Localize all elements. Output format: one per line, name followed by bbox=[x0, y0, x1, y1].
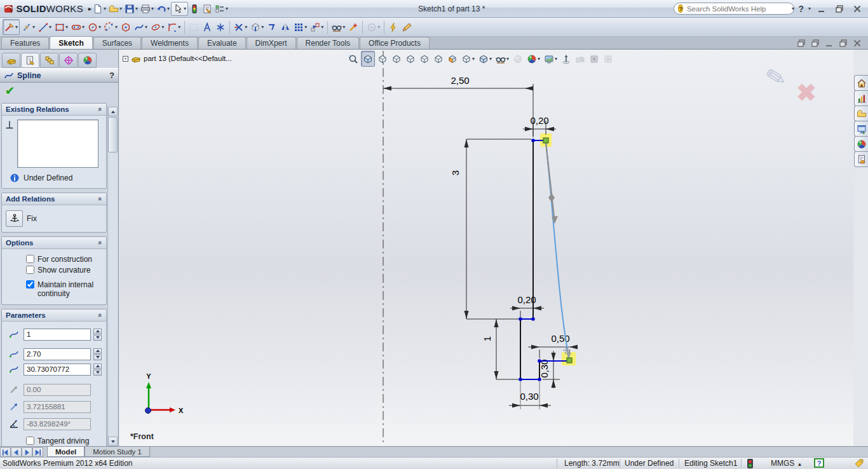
ok-button[interactable]: ✔ bbox=[5, 84, 15, 98]
solidworks-resources-tab[interactable] bbox=[854, 75, 868, 91]
convert-entities-button[interactable]: ▾ bbox=[249, 19, 265, 35]
spline-end-point[interactable] bbox=[567, 358, 572, 363]
dimension-label-overall-width[interactable]: 2,50 bbox=[451, 75, 469, 86]
mirror-entities-button[interactable] bbox=[279, 19, 292, 35]
dimension-label-lower-height[interactable]: 1 bbox=[482, 336, 492, 341]
restore-button[interactable] bbox=[832, 4, 846, 14]
dimension-label-main-height[interactable]: 3 bbox=[450, 170, 461, 175]
feature-manager-tab[interactable] bbox=[2, 53, 20, 68]
model-tab[interactable]: Model bbox=[47, 447, 85, 457]
pm-help-icon[interactable]: ? bbox=[109, 71, 114, 80]
ellipse-button[interactable]: ▾ bbox=[149, 19, 165, 35]
fix-relation-button[interactable] bbox=[6, 210, 23, 227]
file-properties-button[interactable] bbox=[201, 2, 214, 16]
doc-window-icon[interactable] bbox=[796, 39, 807, 48]
linear-sketch-pattern-button[interactable]: ▾ bbox=[292, 19, 308, 35]
view-settings-button[interactable]: ▾ bbox=[543, 51, 559, 67]
last-study-button[interactable] bbox=[32, 447, 43, 457]
sketch-canvas[interactable]: 2,50 0,20 3 bbox=[119, 50, 853, 446]
relations-listbox[interactable] bbox=[17, 119, 98, 168]
design-library-tab[interactable] bbox=[854, 90, 868, 106]
y-coordinate-input[interactable] bbox=[24, 364, 91, 376]
parameters-header[interactable]: Parameters « bbox=[2, 309, 106, 322]
tag-icon[interactable] bbox=[854, 458, 864, 468]
save-button[interactable]: ▾ bbox=[123, 2, 139, 16]
scroll-up-button[interactable] bbox=[108, 107, 118, 116]
rebuild-button[interactable] bbox=[188, 2, 201, 16]
dimension-overall-width[interactable] bbox=[383, 84, 533, 137]
add-relations-header[interactable]: Add Relations « bbox=[2, 193, 106, 205]
point-button[interactable] bbox=[214, 19, 227, 35]
show-curvature-checkbox[interactable] bbox=[26, 266, 34, 274]
dimxpert-manager-tab[interactable] bbox=[59, 53, 78, 68]
offset-entities-button[interactable] bbox=[266, 19, 278, 35]
search-box[interactable]: ? ▾ bbox=[674, 3, 794, 15]
point-number-spinner[interactable] bbox=[93, 329, 102, 341]
display-manager-tab[interactable] bbox=[78, 53, 97, 68]
no-solve-move-button[interactable]: ▾ bbox=[365, 19, 381, 35]
close-button[interactable] bbox=[850, 4, 864, 14]
trim-entities-button[interactable]: ▾ bbox=[233, 19, 248, 35]
collapse-chevron-icon[interactable]: « bbox=[97, 107, 104, 111]
move-entities-button[interactable]: ▾ bbox=[309, 19, 325, 35]
units-selector[interactable]: MMGS▴ bbox=[771, 459, 801, 468]
centerpoint-arc-button[interactable]: ▾ bbox=[103, 19, 119, 35]
tab-office-products[interactable]: Office Products bbox=[360, 37, 430, 49]
print-button[interactable]: ▾ bbox=[139, 2, 155, 16]
confirm-sketch-icon[interactable]: ✎ bbox=[763, 62, 789, 93]
for-construction-checkbox[interactable] bbox=[26, 255, 34, 263]
zoom-to-area-button[interactable] bbox=[361, 51, 375, 67]
plane-display-button[interactable] bbox=[602, 51, 614, 67]
smart-dimension-button[interactable]: ▾ bbox=[20, 19, 36, 35]
dimension-main-height[interactable] bbox=[465, 139, 532, 319]
view-orientation-button[interactable]: ▾ bbox=[460, 51, 476, 67]
sketch-points[interactable] bbox=[519, 139, 541, 381]
dimension-lower-height[interactable] bbox=[494, 319, 519, 379]
search-options-caret-icon[interactable]: ▾ bbox=[792, 6, 794, 11]
search-input[interactable] bbox=[686, 4, 786, 13]
tab-evaluate[interactable]: Evaluate bbox=[198, 37, 246, 49]
select-button[interactable]: ▾ bbox=[171, 2, 188, 16]
tree-root-label[interactable]: part 13 (Default<<Default... bbox=[144, 55, 232, 62]
dimension-label-notch-width[interactable]: 0,30 bbox=[520, 391, 538, 402]
panel-scrollbar[interactable] bbox=[107, 107, 118, 446]
tree-expander-icon[interactable]: + bbox=[123, 56, 128, 62]
line-button[interactable]: ▾ bbox=[37, 19, 53, 35]
quick-tips-button[interactable]: ? bbox=[814, 458, 824, 468]
tab-render-tools[interactable]: Render Tools bbox=[297, 37, 360, 49]
sketch-picture-button[interactable] bbox=[187, 19, 200, 35]
scroll-down-button[interactable] bbox=[108, 437, 118, 446]
view-cube-2-button[interactable] bbox=[404, 51, 417, 67]
display-delete-relations-button[interactable]: ▾ bbox=[330, 19, 346, 35]
tangent-driving-checkbox[interactable] bbox=[26, 437, 34, 445]
doc-minimize-button[interactable] bbox=[824, 39, 835, 48]
maintain-internal-continuity-checkbox[interactable] bbox=[26, 280, 34, 289]
graphics-area[interactable]: 2,50 0,20 3 bbox=[119, 50, 853, 446]
dimension-step-width[interactable] bbox=[510, 306, 544, 318]
appearances-scenes-tab[interactable] bbox=[854, 136, 868, 152]
doc-restore-button[interactable] bbox=[837, 39, 849, 48]
tab-dimxpert[interactable]: DimXpert bbox=[247, 37, 296, 49]
doc-window-icon-2[interactable] bbox=[810, 39, 821, 48]
next-study-button[interactable] bbox=[22, 447, 32, 457]
cancel-sketch-icon[interactable]: ✖ bbox=[796, 79, 817, 107]
dimension-label-top-offset[interactable]: 0,20 bbox=[530, 115, 548, 126]
help-button[interactable]: ? bbox=[798, 4, 804, 14]
tab-features[interactable]: Features bbox=[1, 37, 49, 49]
options-button[interactable]: ▾ bbox=[214, 2, 229, 16]
configuration-manager-tab[interactable] bbox=[40, 53, 58, 68]
sketch-fillet-button[interactable]: ▾ bbox=[166, 19, 182, 35]
motion-study-tab[interactable]: Motion Study 1 bbox=[85, 447, 150, 457]
spline-button[interactable]: ▾ bbox=[133, 19, 149, 35]
corner-rectangle-button[interactable]: ▾ bbox=[53, 19, 69, 35]
3d-drawing-view-button[interactable] bbox=[574, 51, 587, 67]
straight-slot-button[interactable]: ▾ bbox=[70, 19, 86, 35]
property-manager-tab[interactable] bbox=[21, 53, 39, 68]
options-header[interactable]: Options « bbox=[2, 237, 106, 249]
scroll-thumb[interactable] bbox=[108, 117, 118, 153]
spline-start-point[interactable] bbox=[543, 138, 548, 143]
tab-surfaces[interactable]: Surfaces bbox=[93, 37, 141, 49]
view-cube-3-button[interactable] bbox=[418, 51, 431, 67]
x-coordinate-spinner[interactable] bbox=[93, 348, 102, 360]
edit-appearance-button[interactable]: ▾ bbox=[526, 51, 541, 67]
